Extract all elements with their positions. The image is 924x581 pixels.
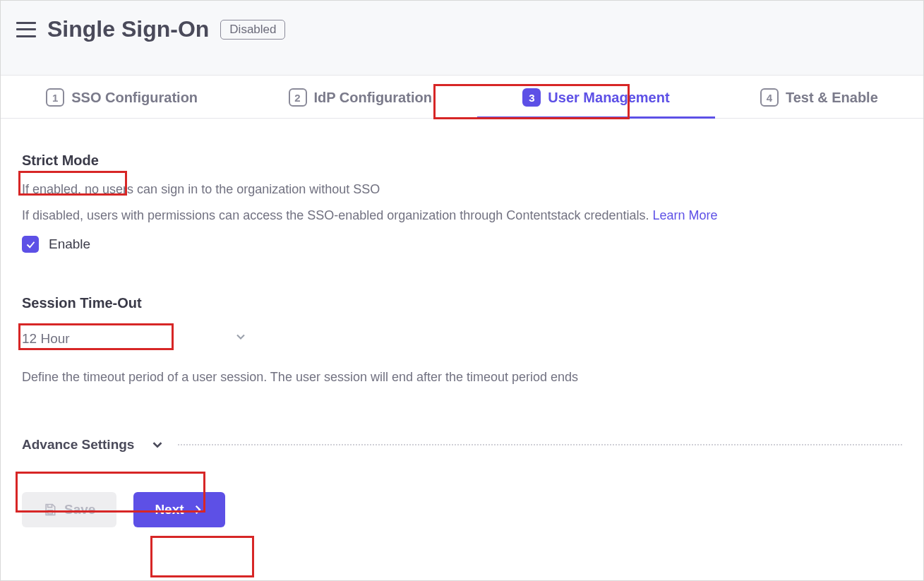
strict-desc-2: If disabled, users with permissions can … — [22, 205, 902, 227]
tab-label: User Management — [548, 90, 669, 106]
menu-icon[interactable] — [16, 22, 36, 37]
section-title-strict: Strict Mode — [22, 152, 902, 169]
tab-number: 2 — [289, 88, 307, 107]
tab-test-enable[interactable]: 4 Test & Enable — [715, 76, 923, 118]
header: Single Sign-On Disabled — [1, 1, 923, 75]
tab-user-management[interactable]: 3 User Management — [477, 76, 715, 118]
divider-dotted — [178, 444, 902, 445]
chevron-down-icon — [150, 437, 165, 453]
next-label: Next — [155, 502, 184, 517]
enable-checkbox[interactable] — [22, 236, 39, 253]
session-select[interactable]: 12 Hour — [22, 327, 248, 350]
tab-label: IdP Configuration — [314, 90, 432, 106]
tab-label: SSO Configuration — [71, 90, 198, 106]
next-button[interactable]: Next — [133, 492, 224, 527]
status-badge: Disabled — [220, 20, 285, 40]
chevron-right-icon — [191, 503, 204, 516]
page-title: Single Sign-On — [47, 16, 209, 42]
advance-row: Advance Settings — [22, 437, 902, 453]
save-button: Save — [22, 492, 116, 527]
session-selected: 12 Hour — [22, 331, 70, 347]
tab-idp-configuration[interactable]: 2 IdP Configuration — [243, 76, 477, 118]
content: Strict Mode If enabled, no users can sig… — [1, 119, 923, 580]
session-helper: Define the timeout period of a user sess… — [22, 370, 902, 385]
enable-label: Enable — [49, 236, 90, 252]
tab-sso-configuration[interactable]: 1 SSO Configuration — [1, 76, 243, 118]
svg-rect-0 — [48, 510, 53, 514]
tab-number: 1 — [46, 88, 64, 107]
tabs: 1 SSO Configuration 2 IdP Configuration … — [1, 75, 923, 119]
strict-desc-2-text: If disabled, users with permissions can … — [22, 208, 652, 222]
check-icon — [25, 239, 36, 250]
advance-label: Advance Settings — [22, 437, 134, 453]
session-timeout-section: Session Time-Out 12 Hour Define the time… — [22, 295, 902, 385]
section-title-session: Session Time-Out — [22, 295, 902, 311]
learn-more-link[interactable]: Learn More — [652, 208, 717, 222]
strict-mode-section: Strict Mode If enabled, no users can sig… — [22, 152, 902, 253]
tab-number: 3 — [522, 88, 541, 107]
chevron-down-icon — [234, 330, 248, 347]
tab-number: 4 — [760, 88, 779, 107]
tab-label: Test & Enable — [786, 90, 878, 106]
enable-row: Enable — [22, 236, 902, 253]
save-icon — [43, 503, 57, 517]
strict-desc-1: If enabled, no users can sign in to the … — [22, 179, 902, 200]
actions: Save Next — [22, 492, 902, 527]
save-label: Save — [64, 502, 95, 517]
advance-settings-toggle[interactable]: Advance Settings — [22, 437, 174, 453]
